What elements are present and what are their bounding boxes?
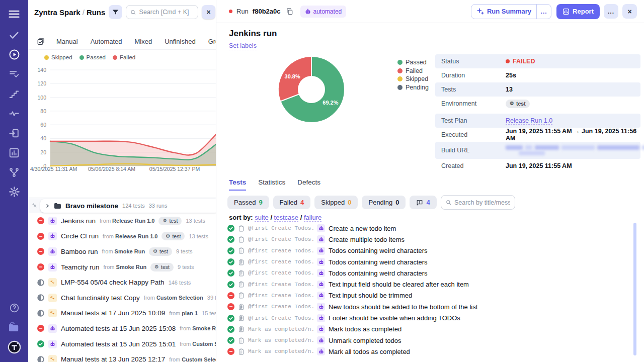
run-source: from Custom Selection — [144, 295, 203, 301]
test-plan-link[interactable]: Release Run 1.0 — [506, 117, 552, 125]
run-summary-label: Run Summary — [487, 8, 531, 15]
steps-icon[interactable] — [0, 84, 28, 104]
run-row[interactable]: Manual tests at 13 Jun 2025 12:17from Cu… — [28, 351, 216, 362]
import-icon[interactable] — [0, 123, 28, 143]
x-axis-tick: 4/30/2025 11:31 AM — [30, 166, 77, 172]
app-logo[interactable] — [0, 337, 28, 357]
test-suite-name: @first Create Todos... — [248, 315, 313, 321]
run-tests-count: 9 tests — [178, 264, 194, 270]
tests-icon[interactable] — [0, 25, 28, 45]
run-row[interactable]: Teamcity runfrom Smoke Run⚙test9 tests — [28, 259, 216, 275]
filter-button[interactable] — [109, 5, 122, 19]
more-actions-button[interactable]: ... — [604, 4, 618, 19]
global-search-field[interactable] — [139, 9, 194, 16]
donut-legend-passed: Passed — [397, 58, 429, 67]
robot-icon — [318, 304, 324, 310]
tests-scrollbar[interactable] — [633, 223, 636, 355]
filter-chip-skipped[interactable]: Skipped0 — [314, 196, 358, 209]
detail-label: Environment — [435, 100, 506, 107]
run-row[interactable]: Circle CI runfrom Release Run 1.0⚙test13… — [28, 229, 216, 244]
tab-defects[interactable]: Defects — [297, 178, 320, 191]
runs-icon[interactable] — [0, 45, 28, 64]
tab-manual[interactable]: Manual — [56, 38, 78, 45]
test-row[interactable]: @first Create Todos...Todos containing w… — [227, 267, 636, 279]
projects-icon[interactable] — [0, 318, 28, 337]
detail-value: FAILED — [506, 58, 640, 65]
project-name[interactable]: Zyntra Spark — [34, 8, 80, 17]
run-row[interactable]: Automated tests at 15 Jun 2025 15:01from… — [28, 336, 216, 352]
test-row[interactable]: Mark as completed/n...Mark all todos as … — [227, 346, 636, 357]
run-summary-more-button[interactable]: ... — [536, 5, 551, 19]
tab-tests[interactable]: Tests — [229, 178, 246, 191]
robot-icon — [318, 237, 324, 242]
run-row[interactable]: Jenkins runfrom Release Run 1.0⚙test13 t… — [28, 213, 216, 229]
test-row[interactable]: @first Create Todos...New todos should b… — [227, 301, 636, 312]
sort-link-failure[interactable]: failure — [304, 214, 321, 222]
copy-run-id-button[interactable] — [285, 7, 294, 16]
reports-icon[interactable] — [0, 143, 28, 162]
robot-icon — [50, 249, 55, 254]
test-row[interactable]: Mark as completed/n...Unmark completed t… — [227, 335, 636, 346]
detail-row-test-plan: Test PlanRelease Run 1.0 — [435, 114, 640, 128]
automated-badge: automated — [300, 6, 347, 18]
close-panel-button[interactable]: × — [202, 5, 215, 19]
test-row[interactable]: @first Create Todos...Todos containing w… — [227, 256, 636, 267]
test-row[interactable]: @first Create Todos...Create multiple to… — [227, 234, 636, 245]
activity-icon[interactable] — [0, 104, 28, 123]
settings-icon[interactable] — [0, 182, 28, 202]
run-row[interactable]: Automated tests at 15 Jun 2025 15:08from… — [28, 321, 216, 336]
tests-search-input[interactable] — [441, 195, 515, 210]
help-icon[interactable] — [0, 298, 28, 318]
failed-icon — [37, 248, 44, 255]
test-row[interactable]: @first Create Todos...Create a new todo … — [227, 223, 636, 234]
tab-statistics[interactable]: Statistics — [258, 178, 285, 191]
page-title: Runs — [87, 8, 106, 17]
test-title: Create a new todo item — [329, 225, 396, 232]
run-summary-button[interactable]: Run Summary — [471, 5, 536, 19]
sort-link-testcase[interactable]: testcase — [274, 214, 298, 222]
milestone-row[interactable]: Bravo milestone 124 tests 33 runs — [40, 199, 216, 213]
run-row[interactable]: Manual tests at 17 Jun 2025 10:09from pl… — [28, 306, 216, 321]
clipboard-icon — [238, 348, 245, 355]
test-row[interactable]: @first Create Todos...Text input field s… — [227, 279, 636, 290]
app: Zyntra Spark/Runs × ManualAutomatedMixed… — [0, 0, 644, 362]
filter-chip-pending[interactable]: Pending0 — [362, 196, 406, 209]
detail-value: ⚙test — [506, 100, 640, 108]
menu-icon[interactable] — [0, 3, 28, 25]
results-donut-chart: 69.2%30.8% — [274, 52, 349, 127]
test-row[interactable]: @first Create Todos...Todos containing w… — [227, 245, 636, 256]
tests-search-field[interactable] — [454, 199, 510, 206]
tab-unfinished[interactable]: Unfinished — [165, 38, 195, 45]
test-row[interactable]: Mark as completed/n...Mark todos as comp… — [227, 324, 636, 335]
filter-chip-passed[interactable]: Passed9 — [227, 196, 269, 209]
robot-icon — [318, 293, 324, 298]
neutral-status-icon — [37, 356, 44, 362]
test-suite-name: @first Create Todos... — [248, 270, 313, 276]
select-all-icon[interactable] — [37, 37, 45, 46]
passed-icon — [227, 225, 234, 232]
set-labels-link[interactable]: Set labels — [229, 42, 257, 50]
tab-automated[interactable]: Automated — [91, 38, 122, 45]
automated-test-icon — [317, 281, 325, 289]
sort-link-suite[interactable]: suite — [255, 214, 268, 222]
run-source: from Custom Selection — [180, 341, 216, 347]
report-button[interactable]: Report — [556, 4, 600, 19]
run-source: from Smoke Run — [104, 264, 147, 270]
close-detail-button[interactable]: × — [622, 4, 637, 19]
clipboard-icon — [238, 326, 245, 332]
chevron-right-icon[interactable] — [45, 204, 50, 208]
run-row[interactable]: LMP-554 05/04 check Happy Path146 tests — [28, 275, 216, 290]
filter-chip-failed[interactable]: Failed4 — [273, 196, 311, 209]
environment-label: test — [169, 218, 178, 224]
test-row[interactable]: @first Create Todos...Text input should … — [227, 290, 636, 301]
global-search-input[interactable] — [126, 5, 198, 19]
run-row[interactable]: Bamboo runfrom Smoke Run⚙test9 tests — [28, 244, 216, 259]
tab-groups[interactable]: Groups — [208, 38, 216, 45]
run-row[interactable]: Chat functinality test Copyfrom Custom S… — [28, 290, 216, 306]
tab-mixed[interactable]: Mixed — [135, 38, 152, 45]
branches-icon[interactable] — [0, 162, 28, 182]
environment-badge: ⚙test — [149, 247, 172, 256]
plans-icon[interactable] — [0, 64, 28, 84]
comments-filter-chip[interactable]: 4 — [410, 196, 436, 209]
test-row[interactable]: @first Create Todos...Footer should be v… — [227, 312, 636, 323]
